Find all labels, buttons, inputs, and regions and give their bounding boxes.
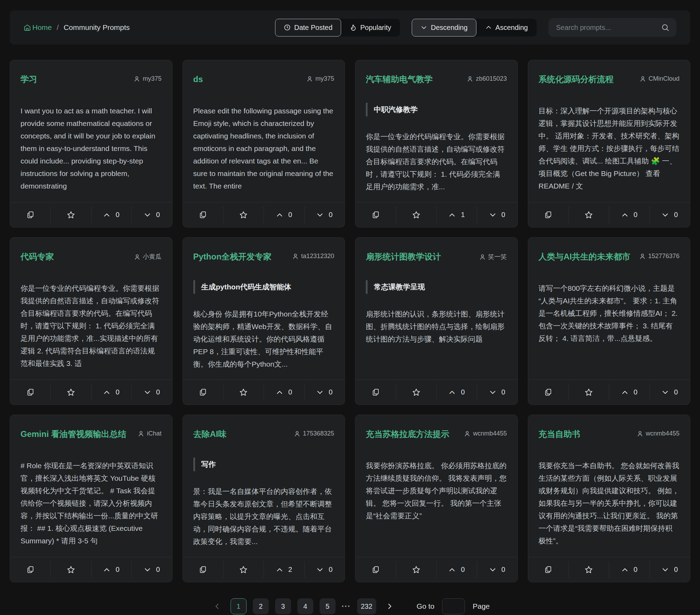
copy-button[interactable] — [355, 557, 396, 582]
copy-button[interactable] — [10, 380, 50, 405]
upvote-button[interactable]: 0 — [91, 557, 131, 582]
page-button-4[interactable]: 4 — [297, 598, 313, 614]
upvote-button[interactable]: 0 — [264, 380, 304, 405]
copy-button[interactable] — [528, 380, 569, 405]
user-icon — [637, 430, 643, 437]
prompt-title[interactable]: 人类与AI共生的未来都市 — [539, 251, 630, 262]
prompt-title[interactable]: ds — [193, 74, 203, 85]
prompt-author: 小黄瓜 — [134, 251, 162, 261]
favorite-button[interactable] — [223, 202, 264, 227]
copy-icon — [26, 388, 34, 396]
card-header: 充当苏格拉底方法提示 wcnmb4455 — [366, 429, 507, 439]
search-icon[interactable] — [661, 23, 669, 32]
favorite-button[interactable] — [396, 557, 436, 582]
prompt-title[interactable]: 充当自助书 — [539, 429, 580, 439]
favorite-button[interactable] — [50, 380, 91, 405]
upvote-button[interactable]: 2 — [264, 557, 304, 582]
prompt-title[interactable]: 代码专家 — [21, 251, 54, 262]
copy-button[interactable] — [10, 557, 50, 582]
upvote-count: 0 — [115, 388, 119, 396]
popularity-button[interactable]: Popularity — [341, 19, 400, 37]
goto-page-input[interactable] — [442, 598, 465, 614]
upvote-count: 0 — [461, 388, 465, 396]
downvote-button[interactable]: 0 — [477, 557, 517, 582]
upvote-button[interactable]: 0 — [609, 380, 649, 405]
prompt-title[interactable]: 系统化源码分析流程 — [539, 74, 614, 85]
prev-page-button[interactable] — [210, 598, 224, 614]
chevron-down-icon — [316, 389, 324, 396]
favorite-button[interactable] — [569, 557, 609, 582]
card-action-bar: 0 0 — [183, 380, 345, 405]
date-posted-button[interactable]: Date Posted — [275, 19, 341, 37]
downvote-button[interactable]: 0 — [477, 202, 517, 227]
card-content: Python全栈开发专家 ta12312320 生成python代码生成智能体 … — [183, 238, 345, 380]
prompt-title[interactable]: 充当苏格拉底方法提示 — [366, 429, 449, 439]
breadcrumb-home-link[interactable]: Home — [24, 23, 52, 32]
downvote-button[interactable]: 0 — [304, 557, 345, 582]
prompt-title[interactable]: 学习 — [21, 74, 37, 85]
copy-button[interactable] — [355, 202, 396, 227]
upvote-button[interactable]: 0 — [264, 202, 304, 227]
chevron-left-icon — [214, 602, 221, 610]
favorite-button[interactable] — [223, 557, 264, 582]
prompt-body-text: 扇形统计图的认识，条形统计图、扇形统计图、折腾线统计图的特点与选择，绘制扇形统计… — [366, 308, 507, 345]
favorite-button[interactable] — [569, 380, 609, 405]
page-button-5[interactable]: 5 — [320, 598, 336, 614]
upvote-button[interactable]: 0 — [436, 557, 477, 582]
prompt-author: iChat — [138, 429, 161, 437]
goto-label: Go to — [417, 602, 434, 610]
copy-button[interactable] — [528, 202, 569, 227]
downvote-button[interactable]: 0 — [650, 380, 690, 405]
prompt-author: 笑一笑 — [479, 251, 507, 261]
copy-button[interactable] — [10, 202, 50, 227]
sort-order-group: Descending Ascending — [412, 19, 537, 37]
downvote-button[interactable]: 0 — [131, 380, 172, 405]
prompt-title[interactable]: Python全栈开发专家 — [193, 251, 272, 262]
upvote-button[interactable]: 0 — [609, 202, 649, 227]
page-button-3[interactable]: 3 — [275, 598, 291, 614]
downvote-button[interactable]: 0 — [304, 202, 345, 227]
downvote-button[interactable]: 0 — [477, 380, 517, 405]
prompt-tag-label: 中职汽修教学 — [374, 105, 418, 113]
copy-button[interactable] — [183, 202, 223, 227]
ascending-button[interactable]: Ascending — [476, 19, 537, 37]
favorite-button[interactable] — [396, 380, 436, 405]
downvote-button[interactable]: 0 — [304, 380, 345, 405]
downvote-button[interactable]: 0 — [131, 557, 172, 582]
upvote-button[interactable]: 1 — [436, 202, 477, 227]
card-action-bar: 0 0 — [528, 380, 690, 405]
copy-button[interactable] — [183, 557, 223, 582]
downvote-count: 0 — [674, 388, 678, 396]
upvote-button[interactable]: 0 — [91, 380, 131, 405]
descending-button[interactable]: Descending — [412, 19, 476, 37]
upvote-button[interactable]: 0 — [436, 380, 477, 405]
favorite-button[interactable] — [50, 202, 91, 227]
prompt-title[interactable]: 去除AI味 — [193, 429, 227, 439]
favorite-button[interactable] — [50, 557, 91, 582]
page-button-1[interactable]: 1 — [231, 598, 247, 614]
last-page-button[interactable]: 232 — [357, 598, 376, 614]
prompt-title[interactable]: 扇形统计图教学设计 — [366, 251, 441, 262]
copy-button[interactable] — [528, 557, 569, 582]
copy-button[interactable] — [355, 380, 396, 405]
search-input[interactable] — [548, 18, 676, 37]
downvote-button[interactable]: 0 — [650, 202, 690, 227]
favorite-button[interactable] — [569, 202, 609, 227]
card-header: 充当自助书 wcnmb4455 — [539, 429, 680, 439]
copy-button[interactable] — [183, 380, 223, 405]
prompt-card: 扇形统计图教学设计 笑一笑 常态课教学呈现 扇形统计图的认识，条形统计图、扇形统… — [355, 237, 518, 405]
page-button-2[interactable]: 2 — [253, 598, 269, 614]
upvote-button[interactable]: 0 — [91, 202, 131, 227]
prompt-title[interactable]: 汽车辅助电气教学 — [366, 74, 433, 85]
upvote-button[interactable]: 0 — [609, 557, 649, 582]
upvote-count: 0 — [115, 566, 119, 574]
favorite-button[interactable] — [396, 202, 436, 227]
next-page-button[interactable] — [383, 598, 396, 614]
prompt-card: Gemini 看油管视频输出总结 iChat # Role 你现在是一名资深的中… — [10, 415, 172, 582]
prompt-title[interactable]: Gemini 看油管视频输出总结 — [21, 429, 126, 439]
favorite-button[interactable] — [223, 380, 264, 405]
chevron-down-icon — [661, 389, 669, 396]
pagination: 12345 ••• 232 Go to Page — [0, 598, 700, 614]
downvote-button[interactable]: 0 — [131, 202, 172, 227]
downvote-button[interactable]: 0 — [650, 557, 690, 582]
